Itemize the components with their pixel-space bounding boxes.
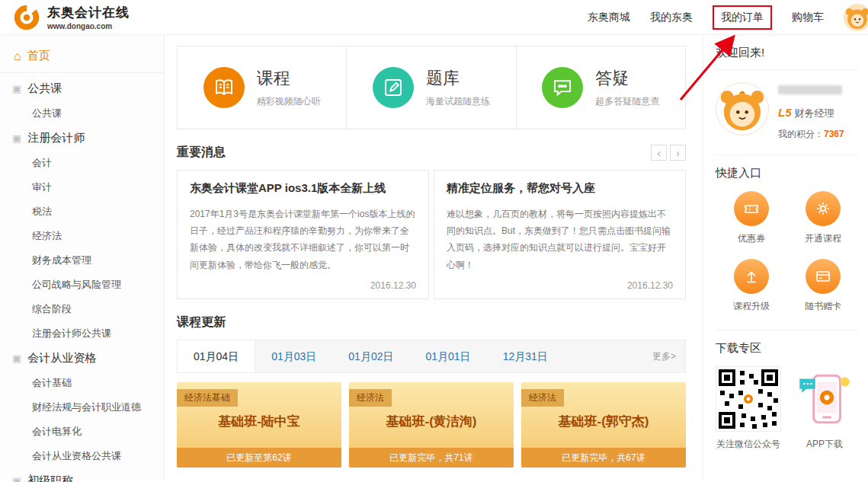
dongao-logo-icon: [12, 3, 41, 32]
site-logo[interactable]: 东奥会计在线 www.dongao.com: [12, 3, 130, 32]
sidebar-item[interactable]: 审计: [0, 175, 164, 200]
welcome-text: 欢迎回来!: [716, 46, 859, 70]
feature-title: 题库: [426, 67, 490, 90]
news-section-title: 重要消息: [177, 145, 226, 161]
news-card[interactable]: 精准定位服务，帮您对号入座 难以想象，几百页的教材，将每一页按照内容提炼出不同的…: [434, 170, 686, 299]
next-arrow-button[interactable]: ›: [670, 145, 686, 161]
feature-title: 课程: [257, 67, 321, 90]
mascot-avatar-icon: [716, 83, 768, 135]
download-title: 下载专区: [716, 330, 859, 366]
user-avatar-large[interactable]: [716, 82, 769, 136]
news-card[interactable]: 东奥会计课堂APP ios3.1版本全新上线 2017年1月3号是东奥会计课堂新…: [177, 170, 429, 299]
sidebar-item[interactable]: 会计: [0, 151, 164, 175]
tab-jan01[interactable]: 01月01日: [409, 340, 486, 372]
gift-card-icon: [806, 259, 841, 294]
sidebar-section-cpa[interactable]: ▣ 注册会计师: [0, 126, 164, 151]
courses-section-title: 课程更新: [177, 314, 226, 330]
course-card[interactable]: 经济法基础 基础班-陆中宝 已更新至第62讲: [177, 382, 341, 468]
points-value: 7367: [824, 129, 844, 139]
user-avatar-small[interactable]: [844, 4, 868, 31]
app-download-caption: APP下载: [792, 438, 857, 451]
user-points: 我的积分：7367: [778, 128, 844, 141]
sidebar-item[interactable]: 注册会计师公共课: [0, 321, 164, 346]
more-link[interactable]: 更多>: [652, 340, 685, 372]
sidebar-item-home[interactable]: ⌂ 首页: [0, 44, 164, 73]
prev-arrow-button[interactable]: ‹: [651, 145, 667, 161]
nav-item-my-orders[interactable]: 我的订单: [713, 5, 772, 30]
sidebar-item[interactable]: 会计从业资格公共课: [0, 444, 164, 468]
sidebar-item[interactable]: 税法: [0, 200, 164, 224]
course-title: 基础班-(郭守杰): [521, 413, 686, 430]
news-title[interactable]: 东奥会计课堂APP ios3.1版本全新上线: [190, 181, 416, 196]
news-title[interactable]: 精准定位服务，帮您对号入座: [447, 181, 673, 196]
quick-item-open-course[interactable]: 开通课程: [787, 191, 859, 245]
quick-entry-grid: 优惠券 开通课程: [716, 191, 859, 330]
course-tag: 经济法: [521, 389, 564, 407]
section-label: 公共课: [27, 81, 62, 96]
feature-question-bank[interactable]: 题库 海量试题随意练: [346, 46, 516, 129]
sidebar-item[interactable]: 会计电算化: [0, 420, 164, 444]
profile-info: L5财务经理 我的积分：7367: [778, 82, 844, 141]
feature-text: 答疑 超多答疑随意查: [595, 67, 659, 108]
profile-block: L5财务经理 我的积分：7367: [716, 70, 859, 155]
sidebar-item[interactable]: 会计基础: [0, 371, 164, 395]
quick-item-label: 开通课程: [805, 232, 841, 245]
nav-item-mall[interactable]: 东奥商城: [588, 11, 630, 24]
user-panel: 欢迎回来! L5财务经理: [703, 35, 868, 481]
sidebar-section-public-course[interactable]: ▣ 公共课: [0, 76, 164, 101]
feature-text: 课程 精彩视频随心听: [257, 67, 321, 108]
tab-jan03[interactable]: 01月03日: [255, 340, 332, 372]
home-icon: ⌂: [14, 49, 21, 63]
sidebar-section-accounting-qualification[interactable]: ▣ 会计从业资格: [0, 346, 164, 371]
course-status: 已更新至第62讲: [177, 448, 341, 468]
sidebar-section-junior-title[interactable]: ▣ 初级职称: [0, 468, 164, 482]
category-sidebar: ⌂ 首页 ▣ 公共课 公共课 ▣ 注册会计师 会计 审计 税法 经济法 财务成本…: [0, 35, 165, 481]
sidebar-item[interactable]: 财经法规与会计职业道德: [0, 395, 164, 420]
nav-item-my-dongao[interactable]: 我的东奥: [650, 11, 693, 24]
wechat-caption: 关注微信公众号: [716, 438, 781, 451]
quick-item-gift-card[interactable]: 随书赠卡: [787, 259, 859, 313]
app-phone-icon: [792, 366, 857, 432]
upgrade-arrow-icon: [734, 259, 769, 294]
nav-item-cart[interactable]: 购物车: [792, 11, 824, 24]
download-row: [716, 366, 859, 432]
book-icon: [203, 67, 245, 108]
tab-jan04[interactable]: 01月04日: [178, 340, 255, 372]
sidebar-item[interactable]: 经济法: [0, 224, 164, 248]
page-body: ⌂ 首页 ▣ 公共课 公共课 ▣ 注册会计师 会计 审计 税法 经济法 财务成本…: [0, 35, 868, 481]
course-tag: 经济法基础: [177, 389, 238, 407]
course-tag: 经济法: [349, 389, 392, 407]
sidebar-item[interactable]: 财务成本管理: [0, 248, 164, 273]
course-title: 基础班-(黄洁洵): [349, 413, 514, 430]
site-url: www.dongao.com: [47, 22, 130, 30]
news-date: 2016.12.30: [190, 280, 416, 291]
sidebar-item[interactable]: 公司战略与风险管理: [0, 273, 164, 297]
quick-item-label: 优惠券: [738, 232, 765, 245]
category-icon: ▣: [12, 475, 21, 482]
site-name: 东奥会计在线: [47, 4, 130, 21]
quick-entry-title: 快捷入口: [716, 155, 859, 191]
course-card[interactable]: 经济法 基础班-(黄洁洵) 已更新完毕，共71讲: [349, 382, 514, 468]
news-body: 难以想象，几百页的教材，将每一页按照内容提炼出不同的知识点。But，东奥做到了！…: [447, 206, 673, 273]
course-card[interactable]: 经济法 基础班-(郭守杰) 已更新完毕，共67讲: [521, 382, 686, 468]
quick-item-coupon[interactable]: 优惠券: [716, 191, 787, 245]
feature-qa[interactable]: 答疑 超多答疑随意查: [516, 46, 686, 129]
points-label: 我的积分：: [778, 129, 824, 139]
news-section-header: 重要消息 ‹ ›: [177, 145, 686, 161]
tab-dec31[interactable]: 12月31日: [487, 340, 564, 372]
news-cards: 东奥会计课堂APP ios3.1版本全新上线 2017年1月3号是东奥会计课堂新…: [177, 170, 686, 299]
quick-item-label: 随书赠卡: [805, 300, 841, 313]
sidebar-item[interactable]: 公共课: [0, 101, 164, 126]
feature-text: 题库 海量试题随意练: [426, 67, 490, 108]
sidebar-home-label: 首页: [27, 49, 50, 63]
sidebar-item[interactable]: 综合阶段: [0, 297, 164, 321]
logo-text: 东奥会计在线 www.dongao.com: [47, 4, 130, 30]
section-label: 初级职称: [27, 474, 73, 482]
mascot-avatar-icon: [844, 4, 868, 31]
category-icon: ▣: [12, 132, 21, 144]
feature-courses[interactable]: 课程 精彩视频随心听: [177, 46, 347, 129]
header-nav: 东奥商城 我的东奥 我的订单 购物车: [588, 4, 868, 31]
date-tabs: 01月04日 01月03日 01月02日 01月01日 12月31日 更多>: [177, 340, 686, 373]
quick-item-course-upgrade[interactable]: 课程升级: [716, 259, 787, 313]
tab-jan02[interactable]: 01月02日: [332, 340, 409, 372]
